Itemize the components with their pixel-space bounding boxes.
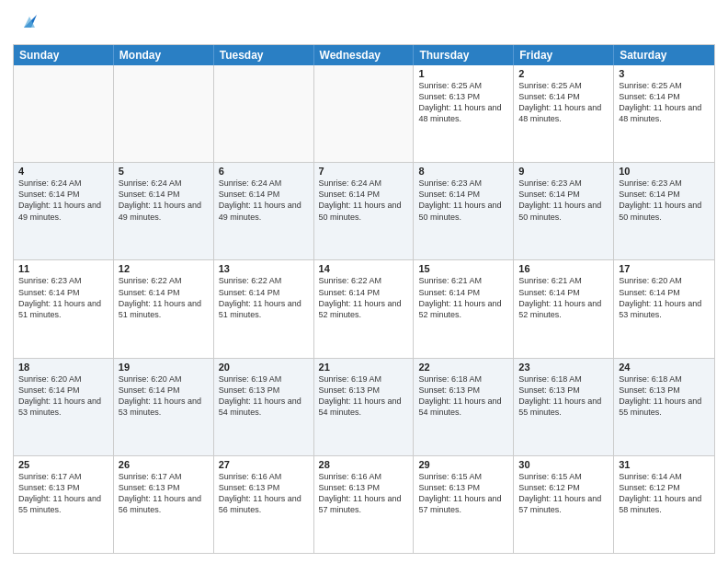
day-number: 8 — [418, 166, 508, 177]
day-info: Sunrise: 6:19 AM Sunset: 6:13 PM Dayligh… — [319, 373, 409, 419]
header — [13, 9, 715, 39]
day-info: Sunrise: 6:23 AM Sunset: 6:14 PM Dayligh… — [619, 178, 710, 223]
day-info: Sunrise: 6:22 AM Sunset: 6:14 PM Dayligh… — [319, 275, 409, 320]
page: SundayMondayTuesdayWednesdayThursdayFrid… — [0, 0, 728, 563]
day-number: 18 — [18, 362, 108, 373]
day-info: Sunrise: 6:19 AM Sunset: 6:13 PM Dayligh… — [219, 373, 309, 419]
calendar-cell: 30Sunrise: 6:15 AM Sunset: 6:12 PM Dayli… — [514, 456, 614, 553]
day-info: Sunrise: 6:20 AM Sunset: 6:14 PM Dayligh… — [18, 373, 108, 419]
calendar-cell: 28Sunrise: 6:16 AM Sunset: 6:13 PM Dayli… — [314, 456, 415, 553]
day-number: 21 — [319, 362, 409, 373]
day-number: 30 — [518, 459, 609, 470]
day-number: 11 — [18, 263, 108, 274]
day-info: Sunrise: 6:25 AM Sunset: 6:14 PM Dayligh… — [518, 80, 609, 125]
day-number: 22 — [418, 362, 508, 373]
day-number: 24 — [619, 362, 710, 373]
calendar-cell: 26Sunrise: 6:17 AM Sunset: 6:13 PM Dayli… — [114, 456, 214, 553]
calendar-cell: 8Sunrise: 6:23 AM Sunset: 6:14 PM Daylig… — [414, 163, 514, 259]
calendar-cell — [114, 65, 214, 162]
day-info: Sunrise: 6:20 AM Sunset: 6:14 PM Dayligh… — [119, 373, 209, 419]
calendar-header: SundayMondayTuesdayWednesdayThursdayFrid… — [14, 45, 714, 65]
day-info: Sunrise: 6:17 AM Sunset: 6:13 PM Dayligh… — [18, 471, 108, 516]
weekday-header: Friday — [514, 45, 614, 65]
calendar-cell: 23Sunrise: 6:18 AM Sunset: 6:13 PM Dayli… — [514, 359, 614, 455]
calendar-cell: 9Sunrise: 6:23 AM Sunset: 6:14 PM Daylig… — [514, 163, 614, 259]
day-number: 4 — [18, 166, 108, 177]
calendar-cell: 5Sunrise: 6:24 AM Sunset: 6:14 PM Daylig… — [114, 163, 214, 259]
calendar-cell — [14, 65, 114, 162]
calendar-cell: 31Sunrise: 6:14 AM Sunset: 6:12 PM Dayli… — [614, 456, 714, 553]
day-number: 2 — [518, 68, 609, 79]
day-info: Sunrise: 6:16 AM Sunset: 6:13 PM Dayligh… — [319, 471, 409, 516]
calendar-cell: 6Sunrise: 6:24 AM Sunset: 6:14 PM Daylig… — [214, 163, 314, 259]
day-number: 13 — [219, 263, 309, 274]
calendar: SundayMondayTuesdayWednesdayThursdayFrid… — [13, 44, 715, 554]
day-info: Sunrise: 6:24 AM Sunset: 6:14 PM Dayligh… — [18, 178, 108, 223]
calendar-cell: 10Sunrise: 6:23 AM Sunset: 6:14 PM Dayli… — [614, 163, 714, 259]
day-info: Sunrise: 6:24 AM Sunset: 6:14 PM Dayligh… — [119, 178, 209, 223]
day-number: 16 — [518, 263, 609, 274]
calendar-cell: 11Sunrise: 6:23 AM Sunset: 6:14 PM Dayli… — [14, 260, 114, 357]
calendar-row: 11Sunrise: 6:23 AM Sunset: 6:14 PM Dayli… — [14, 259, 714, 357]
calendar-cell: 20Sunrise: 6:19 AM Sunset: 6:13 PM Dayli… — [214, 359, 314, 455]
day-info: Sunrise: 6:15 AM Sunset: 6:12 PM Dayligh… — [518, 471, 609, 516]
calendar-cell: 19Sunrise: 6:20 AM Sunset: 6:14 PM Dayli… — [114, 359, 214, 455]
calendar-cell: 7Sunrise: 6:24 AM Sunset: 6:14 PM Daylig… — [314, 163, 415, 259]
day-number: 23 — [518, 362, 609, 373]
day-info: Sunrise: 6:22 AM Sunset: 6:14 PM Dayligh… — [219, 275, 309, 320]
calendar-cell — [214, 65, 314, 162]
day-info: Sunrise: 6:24 AM Sunset: 6:14 PM Dayligh… — [219, 178, 309, 223]
day-info: Sunrise: 6:18 AM Sunset: 6:13 PM Dayligh… — [518, 373, 609, 419]
day-info: Sunrise: 6:17 AM Sunset: 6:13 PM Dayligh… — [119, 471, 209, 516]
weekday-header: Tuesday — [214, 45, 314, 65]
calendar-row: 18Sunrise: 6:20 AM Sunset: 6:14 PM Dayli… — [14, 358, 714, 455]
day-number: 9 — [518, 166, 609, 177]
day-number: 17 — [619, 263, 710, 274]
weekday-header: Monday — [114, 45, 214, 65]
calendar-cell: 21Sunrise: 6:19 AM Sunset: 6:13 PM Dayli… — [314, 359, 415, 455]
calendar-cell: 24Sunrise: 6:18 AM Sunset: 6:13 PM Dayli… — [614, 359, 714, 455]
day-info: Sunrise: 6:21 AM Sunset: 6:14 PM Dayligh… — [518, 275, 609, 320]
calendar-row: 25Sunrise: 6:17 AM Sunset: 6:13 PM Dayli… — [14, 455, 714, 553]
calendar-cell: 12Sunrise: 6:22 AM Sunset: 6:14 PM Dayli… — [114, 260, 214, 357]
calendar-cell: 22Sunrise: 6:18 AM Sunset: 6:13 PM Dayli… — [414, 359, 514, 455]
calendar-cell: 4Sunrise: 6:24 AM Sunset: 6:14 PM Daylig… — [14, 163, 114, 259]
day-info: Sunrise: 6:18 AM Sunset: 6:13 PM Dayligh… — [619, 373, 710, 419]
calendar-cell: 25Sunrise: 6:17 AM Sunset: 6:13 PM Dayli… — [14, 456, 114, 553]
day-number: 25 — [18, 459, 108, 470]
day-number: 6 — [219, 166, 309, 177]
day-number: 31 — [619, 459, 710, 470]
calendar-cell: 15Sunrise: 6:21 AM Sunset: 6:14 PM Dayli… — [414, 260, 514, 357]
day-number: 12 — [119, 263, 209, 274]
calendar-cell: 3Sunrise: 6:25 AM Sunset: 6:14 PM Daylig… — [614, 65, 714, 162]
day-number: 3 — [619, 68, 710, 79]
day-number: 28 — [319, 459, 409, 470]
weekday-header: Saturday — [614, 45, 714, 65]
day-number: 14 — [319, 263, 409, 274]
day-number: 10 — [619, 166, 710, 177]
day-number: 29 — [418, 459, 508, 470]
logo-icon — [17, 7, 44, 39]
day-info: Sunrise: 6:24 AM Sunset: 6:14 PM Dayligh… — [319, 178, 409, 223]
day-info: Sunrise: 6:15 AM Sunset: 6:13 PM Dayligh… — [418, 471, 508, 516]
calendar-body: 1Sunrise: 6:25 AM Sunset: 6:13 PM Daylig… — [14, 65, 714, 553]
day-number: 5 — [119, 166, 209, 177]
calendar-cell: 1Sunrise: 6:25 AM Sunset: 6:13 PM Daylig… — [414, 65, 514, 162]
day-number: 27 — [219, 459, 309, 470]
day-info: Sunrise: 6:23 AM Sunset: 6:14 PM Dayligh… — [518, 178, 609, 223]
weekday-header: Thursday — [414, 45, 514, 65]
day-info: Sunrise: 6:14 AM Sunset: 6:12 PM Dayligh… — [619, 471, 710, 516]
day-info: Sunrise: 6:23 AM Sunset: 6:14 PM Dayligh… — [418, 178, 508, 223]
logo — [13, 13, 44, 39]
day-number: 19 — [119, 362, 209, 373]
day-info: Sunrise: 6:23 AM Sunset: 6:14 PM Dayligh… — [18, 275, 108, 320]
day-info: Sunrise: 6:18 AM Sunset: 6:13 PM Dayligh… — [418, 373, 508, 419]
day-info: Sunrise: 6:22 AM Sunset: 6:14 PM Dayligh… — [119, 275, 209, 320]
calendar-cell — [314, 65, 415, 162]
day-info: Sunrise: 6:25 AM Sunset: 6:13 PM Dayligh… — [418, 80, 508, 125]
calendar-cell: 17Sunrise: 6:20 AM Sunset: 6:14 PM Dayli… — [614, 260, 714, 357]
day-number: 1 — [418, 68, 508, 79]
calendar-cell: 16Sunrise: 6:21 AM Sunset: 6:14 PM Dayli… — [514, 260, 614, 357]
weekday-header: Sunday — [14, 45, 114, 65]
day-info: Sunrise: 6:25 AM Sunset: 6:14 PM Dayligh… — [619, 80, 710, 125]
